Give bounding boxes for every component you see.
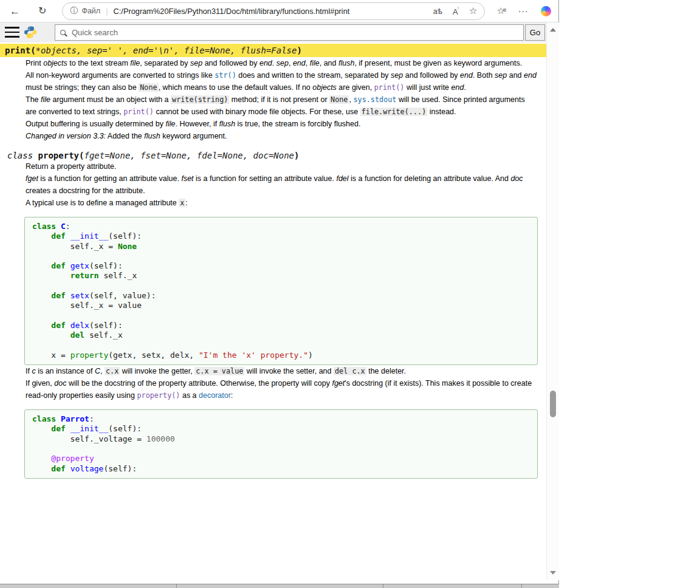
- code-segment: "I'm the 'x' property.": [199, 350, 308, 360]
- code-segment: def: [51, 291, 70, 300]
- paragraph-print-2: All non-keyword arguments are converted …: [26, 69, 538, 94]
- scroll-thumb[interactable]: [550, 391, 556, 417]
- hamburger-bar: [5, 36, 19, 38]
- text-segment: fget: [332, 379, 345, 388]
- text-segment: doc: [54, 379, 66, 388]
- text-segment: will invoke the getter,: [120, 367, 194, 375]
- read-aloud-icon[interactable]: A⁾: [453, 6, 459, 16]
- text-segment: fget: [26, 174, 38, 183]
- code-segment: class: [32, 414, 61, 423]
- code-line: def __init__(self):: [32, 424, 530, 434]
- url-text[interactable]: C:/Program%20Files/Python311/Doc/html/li…: [114, 7, 423, 16]
- doc-content: print(*objects, sep=' ', end='\n', file=…: [0, 43, 546, 580]
- text-segment: If: [26, 367, 32, 375]
- code-segment: [32, 454, 51, 463]
- read-aloud-wave-icon: ⁾: [458, 6, 459, 12]
- code-segment: delx: [70, 321, 89, 330]
- text-segment: and: [507, 71, 524, 80]
- text-segment: method; if it is not present or: [229, 95, 329, 104]
- print-signature: print(*objects, sep=' ', end='\n', file=…: [0, 44, 546, 57]
- text-segment: :: [185, 199, 187, 207]
- code-segment: [32, 424, 51, 433]
- scroll-down-button[interactable]: [550, 571, 556, 575]
- text-segment: cannot be used with binary mode file obj…: [154, 108, 360, 116]
- code-segment: (self, value):: [89, 291, 156, 300]
- text-segment: x: [179, 199, 185, 207]
- code-block-class-parrot: class Parrot: def __init__(self): self._…: [24, 409, 538, 479]
- text-segment: will just write: [404, 83, 451, 92]
- code-segment: def: [51, 231, 70, 241]
- scroll-up-button[interactable]: [550, 28, 556, 32]
- text-segment: Return a property attribute.: [26, 162, 116, 171]
- go-button[interactable]: Go: [525, 24, 545, 41]
- code-segment: self._voltage =: [32, 434, 146, 443]
- text-segment: must be strings; they can also be: [26, 83, 139, 92]
- code-line: return self._x: [32, 271, 530, 281]
- search-input[interactable]: [70, 27, 518, 38]
- code-segment: @property: [51, 454, 94, 463]
- menu-hamburger-button[interactable]: [5, 27, 19, 38]
- inline-link[interactable]: print(): [374, 83, 405, 92]
- settings-more-button[interactable]: ···: [518, 6, 529, 16]
- code-line: [32, 251, 530, 261]
- refresh-button[interactable]: ↻: [36, 5, 49, 17]
- text-segment: del c.x: [334, 367, 366, 375]
- code-line: class Parrot:: [32, 414, 530, 424]
- print-signature-paren: ): [297, 46, 301, 55]
- text-segment: . Both: [473, 71, 495, 80]
- code-segment: def: [51, 321, 70, 330]
- hamburger-bar: [5, 32, 19, 33]
- text-segment: the deleter.: [366, 367, 406, 375]
- code-segment: None: [118, 242, 137, 251]
- text-segment: Added the: [106, 132, 144, 140]
- text-segment: , which means to use the default values.…: [159, 83, 313, 92]
- code-block-class-c: class C: def __init__(self): self._x = N…: [24, 217, 538, 365]
- vertical-scrollbar[interactable]: [546, 22, 559, 580]
- inline-link[interactable]: str(): [214, 71, 236, 80]
- text-segment: All non-keyword arguments are converted …: [26, 71, 214, 80]
- back-button[interactable]: ←: [7, 5, 22, 18]
- site-info-icon[interactable]: ⓘ: [70, 5, 78, 16]
- code-segment: setx: [70, 291, 89, 300]
- browser-toolbar: ← ↻ ⓘ Файл | C:/Program%20Files/Python31…: [0, 0, 558, 22]
- text-segment: None: [329, 95, 349, 104]
- code-segment: property: [70, 350, 109, 360]
- inline-link[interactable]: print(): [123, 108, 154, 116]
- code-segment: (self):: [108, 231, 142, 241]
- code-segment: x =: [32, 350, 70, 360]
- translate-icon[interactable]: аѣ: [433, 7, 442, 16]
- text-segment: :: [231, 391, 233, 400]
- text-segment: file: [130, 59, 140, 67]
- text-segment: file: [310, 59, 320, 67]
- text-segment: file: [41, 95, 50, 104]
- text-segment: argument must be an object with a: [50, 95, 171, 104]
- python-logo-icon[interactable]: [24, 26, 37, 41]
- inline-link[interactable]: sys.stdout: [353, 95, 396, 104]
- code-segment: class: [32, 222, 61, 231]
- text-segment: does and written to the stream, separate…: [236, 71, 391, 80]
- text-segment: and followed by: [403, 71, 460, 80]
- code-segment: def: [51, 261, 70, 270]
- text-segment: The: [26, 95, 41, 104]
- paragraph-property-5: If given, doc will be the docstring of t…: [26, 377, 538, 402]
- code-segment: def: [51, 464, 70, 473]
- inline-link[interactable]: decorator: [199, 391, 231, 400]
- address-separator: |: [106, 7, 108, 16]
- text-segment: end: [451, 83, 464, 92]
- inline-link[interactable]: property(): [137, 391, 180, 400]
- strip-separator: [383, 584, 383, 588]
- code-segment: :: [66, 222, 70, 231]
- text-segment: sep: [495, 71, 507, 80]
- favorite-star-icon[interactable]: ☆: [469, 5, 477, 16]
- text-segment: , separated by: [140, 59, 190, 67]
- address-bar[interactable]: ⓘ Файл | C:/Program%20Files/Python311/Do…: [62, 2, 485, 20]
- copilot-icon[interactable]: [541, 6, 551, 16]
- text-segment: will invoke the setter, and: [244, 367, 334, 375]
- text-segment: , and: [320, 59, 338, 67]
- text-segment: Changed in version 3.3:: [26, 132, 106, 140]
- quick-search-box[interactable]: [55, 24, 524, 41]
- code-segment: voltage: [70, 464, 104, 473]
- text-segment: . However, if: [175, 120, 219, 128]
- text-segment: fdel: [336, 174, 348, 183]
- favorites-hub-icon[interactable]: ☆≡: [496, 5, 506, 16]
